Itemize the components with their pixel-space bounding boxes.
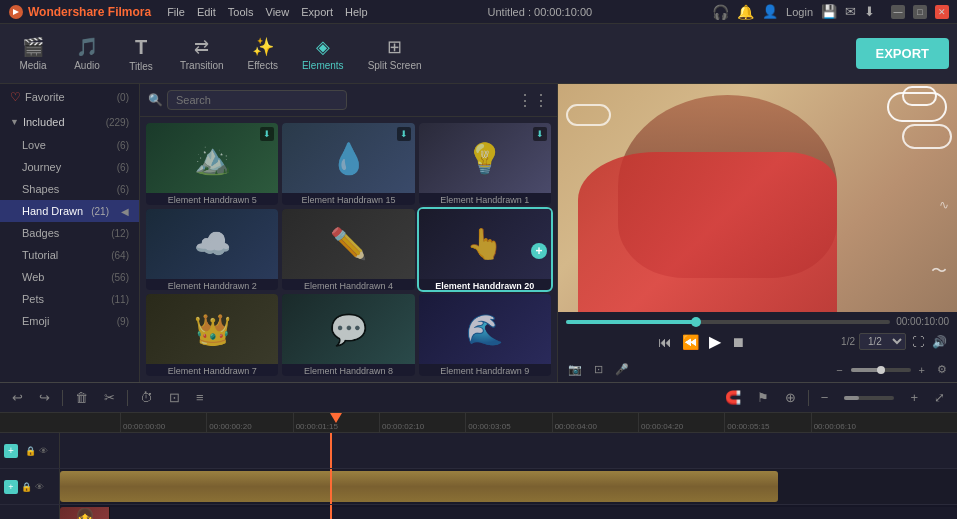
fullscreen-button[interactable]: ⛶ [910,333,926,351]
menu-view[interactable]: View [266,6,290,18]
element-card-7[interactable]: 💬 Element Handdrawn 8 [282,294,414,376]
sidebar-item-badges[interactable]: Badges (12) [0,222,139,244]
ruler-mark-1: 00:00:00:20 [206,413,292,433]
mic-button[interactable]: 🎤 [611,361,633,378]
download-btn-2[interactable]: ⬇ [533,127,547,141]
thumb-icon-4: ✏️ [330,226,367,261]
element-card-2[interactable]: 💡 ⬇ Element Handdrawn 1 [419,123,551,205]
video-clip[interactable]: 👧 [60,507,957,519]
crop-tl-button[interactable]: ⊡ [165,388,184,407]
progress-bar[interactable] [566,320,890,324]
track-eye-1[interactable]: 👁 [35,482,44,492]
snapshot-button[interactable]: 📷 [564,361,586,378]
sidebar-item-favorite[interactable]: ♡ Favorite (0) [0,84,139,110]
thumb-icon-5: 👆 [466,226,503,261]
layer-button[interactable]: ⊕ [781,388,800,407]
track-content-1 [60,469,957,504]
scissors-button[interactable]: ✂ [100,388,119,407]
tool-audio[interactable]: 🎵 Audio [62,32,112,75]
tool-elements[interactable]: ◈ Elements [292,32,354,75]
sidebar-item-tutorial[interactable]: Tutorial (64) [0,244,139,266]
close-button[interactable]: ✕ [935,5,949,19]
sidebar-item-web[interactable]: Web (56) [0,266,139,288]
crop-button[interactable]: ⊡ [590,361,607,378]
prev-button[interactable]: ⏪ [680,332,701,352]
menu-edit[interactable]: Edit [197,6,216,18]
element-card-4[interactable]: ✏️ Element Handdrawn 4 [282,209,414,291]
tool-titles[interactable]: T Titles [116,32,166,76]
audio-clip[interactable] [60,471,778,502]
track-eye-0[interactable]: 👁 [39,446,48,456]
element-card-0[interactable]: 🏔️ ⬇ Element Handdrawn 5 [146,123,278,205]
mail-icon[interactable]: ✉ [845,4,856,19]
menu-file[interactable]: File [167,6,185,18]
settings-button[interactable]: ⚙ [933,361,951,378]
delete-button[interactable]: 🗑 [71,388,92,407]
tl-zoom-in[interactable]: + [906,388,922,407]
element-card-5[interactable]: 👆 + Element Handdrawn 20 [419,209,551,291]
sidebar-item-emoji[interactable]: Emoji (9) [0,310,139,332]
save-icon[interactable]: 💾 [821,4,837,19]
zoom-select[interactable]: 1/2 1/4 Full [859,333,906,350]
download-btn-1[interactable]: ⬇ [397,127,411,141]
tool-effects[interactable]: ✨ Effects [238,32,288,75]
prev-frame-button[interactable]: ⏮ [656,332,674,352]
magnet-button[interactable]: 🧲 [721,388,745,407]
download-icon[interactable]: ⬇ [864,4,875,19]
menu-bar: Wondershare Filmora File Edit Tools View… [0,0,957,24]
ruler-mark-0: 00:00:00:00 [120,413,206,433]
login-button[interactable]: Login [786,6,813,18]
tl-zoom-out[interactable]: − [817,388,833,407]
menu-tools[interactable]: Tools [228,6,254,18]
audio-split-button[interactable]: ≡ [192,388,208,407]
progress-fill [566,320,696,324]
play-button[interactable]: ▶ [707,330,723,353]
maximize-button[interactable]: □ [913,5,927,19]
element-card-1[interactable]: 💧 ⬇ Element Handdrawn 15 [282,123,414,205]
element-card-3[interactable]: ☁️ Element Handdrawn 2 [146,209,278,291]
element-card-8[interactable]: 🌊 Element Handdrawn 9 [419,294,551,376]
undo-button[interactable]: ↩ [8,388,27,407]
tool-split-screen[interactable]: ⊞ Split Screen [358,32,432,75]
marker-button[interactable]: ⚑ [753,388,773,407]
add-track-btn-0[interactable]: + [4,444,18,458]
sidebar-item-journey[interactable]: Journey (6) [0,156,139,178]
track-lock-0[interactable]: 🔒 [25,446,36,456]
tool-media-label: Media [19,60,46,71]
sidebar-item-handdrawn[interactable]: Hand Drawn (21) ◀ [0,200,139,222]
minimize-button[interactable]: — [891,5,905,19]
element-label-4: Element Handdrawn 4 [282,279,414,291]
grid-toggle-icon[interactable]: ⋮⋮ [517,91,549,110]
element-label-6: Element Handdrawn 7 [146,364,278,376]
fit-button[interactable]: ⤢ [930,388,949,407]
preview-controls: 00:00:10:00 ⏮ ⏪ ▶ ⏹ 1/2 1/2 1/4 Full ⛶ 🔊 [558,312,957,357]
sidebar-item-pets[interactable]: Pets (11) [0,288,139,310]
search-bar: 🔍 ⋮⋮ [140,84,557,117]
add-btn-5[interactable]: + [531,243,547,259]
track-lock-1[interactable]: 🔒 [21,482,32,492]
menu-help[interactable]: Help [345,6,368,18]
sidebar-item-shapes[interactable]: Shapes (6) [0,178,139,200]
tool-media[interactable]: 🎬 Media [8,32,58,75]
notification-icon: 🔔 [737,4,754,20]
export-button[interactable]: EXPORT [856,38,949,69]
volume-button[interactable]: 🔊 [930,333,949,351]
included-label: Included [23,116,102,128]
menu-export[interactable]: Export [301,6,333,18]
app-name: Wondershare Filmora [28,5,151,19]
download-btn-0[interactable]: ⬇ [260,127,274,141]
tool-transition[interactable]: ⇄ Transition [170,32,234,75]
zoom-plus-button[interactable]: + [915,362,929,378]
search-input[interactable] [167,90,347,110]
zoom-minus-button[interactable]: − [832,362,846,378]
ruler-mark-8: 00:00:06:10 [811,413,897,433]
timeline-ruler: 00:00:00:00 00:00:00:20 00:00:01:15 00:0… [0,413,957,433]
element-card-6[interactable]: 👑 Element Handdrawn 7 [146,294,278,376]
add-track-btn-1[interactable]: + [4,480,18,494]
badges-count: (12) [111,228,129,239]
sidebar-item-included[interactable]: ▼ Included (229) [0,110,139,134]
redo-button[interactable]: ↪ [35,388,54,407]
speed-button[interactable]: ⏱ [136,388,157,407]
stop-button[interactable]: ⏹ [729,332,747,352]
sidebar-item-love[interactable]: Love (6) [0,134,139,156]
